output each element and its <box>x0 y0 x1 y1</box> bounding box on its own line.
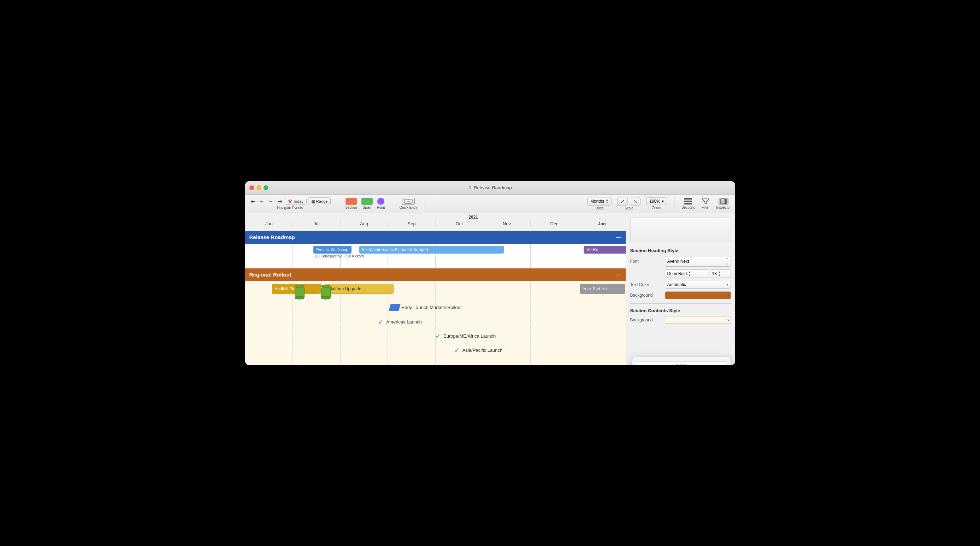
month-aug: Aug <box>340 221 388 227</box>
month-jun: Jun <box>245 221 293 227</box>
db-target-icon <box>321 285 331 300</box>
product-workshop-bar[interactable]: Product Workshop <box>313 246 352 254</box>
regional-rollout-title: Regional Rollout <box>250 271 291 278</box>
maximize-button[interactable] <box>264 186 268 190</box>
separator-2 <box>392 197 392 211</box>
background-label: Background <box>630 293 662 298</box>
month-sep: Sep <box>388 221 435 227</box>
inspector-panel: Section Heading Style Font Avenir Next ⌃… <box>626 213 735 365</box>
font-select-arrow: ⌃⌄ <box>725 257 729 265</box>
nav-last-button[interactable]: ⇥ <box>276 198 283 205</box>
point-icon <box>377 198 384 205</box>
quick-entry-button[interactable]: Quick Entry <box>399 198 418 210</box>
zoom-control: 100% ▾ Zoom <box>646 197 667 210</box>
font-size-arrows: ▲▼ <box>718 270 721 277</box>
product-workshop-label: Product Workshop <box>316 248 348 252</box>
span-button[interactable]: Span <box>361 198 373 210</box>
month-oct: Oct <box>435 221 483 227</box>
month-jan: Jan <box>578 221 626 227</box>
europe-check-icon: ✓ <box>435 332 441 340</box>
text-color-select[interactable]: Automatic ▾ <box>665 281 731 289</box>
contents-background-row: Background ▾ <box>630 316 731 324</box>
section-icon <box>345 198 357 205</box>
scale-zoom-button[interactable]: ⤡ <box>630 197 641 206</box>
inspector-divider <box>630 303 731 304</box>
traffic-lights <box>250 186 268 190</box>
grid-line-6 <box>530 244 531 268</box>
background-swatch-arrow: ▾ <box>727 293 729 297</box>
release-roadmap-row: Product Workshop (8.0 Retrospective + 9.… <box>245 244 626 268</box>
nav-next-button[interactable]: → <box>267 198 275 205</box>
platform-upgrade-bar[interactable]: Platform Upgrade <box>325 284 393 294</box>
regional-rollout-header[interactable]: Regional Rollout — <box>245 268 626 281</box>
color-picker-popup: None <box>632 357 731 365</box>
point-button[interactable]: Point <box>377 198 385 210</box>
early-launch-row: Early Launch Markets Rollout <box>390 304 462 311</box>
nav-prev-button[interactable]: ← <box>258 198 266 205</box>
color-none-option[interactable]: None <box>636 361 726 365</box>
maintenance-label: 8.x Maintenance & Launch Support <box>362 247 428 252</box>
font-style-select[interactable]: Demi Bold ▲▼ <box>665 270 708 278</box>
main-content: 2021 Jun Jul Aug Sep Oct Nov Dec Jan Rel… <box>245 213 735 365</box>
range-button[interactable]: ▦ Range <box>308 197 331 205</box>
units-control: Months ▲ ▼ Units <box>587 197 611 210</box>
db-migration-icons: → <box>294 285 331 300</box>
release-roadmap-title: Release Roadmap <box>250 234 295 240</box>
units-stepper[interactable]: Months ▲ ▼ <box>587 197 611 206</box>
zoom-stepper[interactable]: 100% ▾ <box>646 197 667 205</box>
rr-grid-6 <box>530 281 531 365</box>
rr-grid-4 <box>435 281 436 365</box>
sections-button[interactable]: Sections <box>681 198 695 210</box>
regional-rollout-content: Audit & Plan Platform Upgrade Year-End H… <box>245 281 626 365</box>
filter-button[interactable]: Filter <box>700 198 710 210</box>
title-center: 🗓 Release Roadmap <box>468 185 512 190</box>
early-launch-diamond <box>388 304 400 311</box>
background-row: Background ▾ <box>630 291 731 299</box>
units-arrows: ▲ ▼ <box>606 198 608 204</box>
month-labels: Jun Jul Aug Sep Oct Nov Dec Jan <box>245 213 626 227</box>
v9-bar[interactable]: V9 Ro <box>584 246 625 254</box>
window-title: Release Roadmap <box>474 185 512 190</box>
title-bar: 🗓 Release Roadmap <box>245 181 735 195</box>
inspector-label: Inspector <box>716 206 730 210</box>
americas-launch-row: ✓ Americas Launch <box>378 318 422 326</box>
sections-icon <box>683 198 693 205</box>
font-style-control: Demi Bold ▲▼ 18 ▲▼ <box>665 270 731 278</box>
early-launch-label: Early Launch Markets Rollout <box>402 305 462 310</box>
contents-background-label: Background <box>630 317 662 322</box>
release-roadmap-header[interactable]: Release Roadmap — <box>245 231 626 244</box>
toolbar: ⇤ ← → ⇥ 📅 Today ▦ Range Navigate Events <box>245 195 735 213</box>
navigate-label: Navigate Events <box>277 206 303 210</box>
text-color-arrow: ▾ <box>727 283 729 286</box>
release-roadmap-collapse[interactable]: — <box>616 235 621 240</box>
scale-fit-button[interactable]: ⤢ <box>617 197 628 206</box>
inspector-button[interactable]: Inspector <box>716 198 730 210</box>
section-button[interactable]: Section <box>345 198 357 210</box>
close-button[interactable] <box>250 186 254 190</box>
year-end-label: Year-End Ho <box>582 286 606 291</box>
month-dec: Dec <box>530 221 578 227</box>
font-size-value: 18 <box>712 271 717 276</box>
font-select[interactable]: Avenir Next ⌃⌄ <box>665 256 731 267</box>
filter-icon <box>700 198 710 205</box>
regional-rollout-collapse[interactable]: — <box>616 272 621 278</box>
americas-launch-label: Americas Launch <box>386 319 422 325</box>
year-end-bar[interactable]: Year-End Ho <box>580 284 625 294</box>
section-heading-style-title: Section Heading Style <box>630 248 731 253</box>
platform-upgrade-label: Platform Upgrade <box>328 286 361 291</box>
europe-launch-label: Europe/ME/Africa Launch <box>443 333 496 339</box>
units-value: Months <box>590 199 604 204</box>
text-color-value: Automatic <box>667 282 686 287</box>
scale-label: Scale <box>625 206 633 210</box>
maintenance-bar[interactable]: 8.x Maintenance & Launch Support <box>359 246 504 254</box>
nav-first-button[interactable]: ⇤ <box>250 198 256 205</box>
navigate-events-group: ⇤ ← → ⇥ 📅 Today ▦ Range Navigate Events <box>250 197 331 210</box>
contents-background-swatch[interactable]: ▾ <box>665 316 731 324</box>
point-label: Point <box>377 206 385 210</box>
today-button[interactable]: 📅 Today <box>285 198 307 205</box>
font-size-stepper[interactable]: 18 ▲▼ <box>710 270 731 278</box>
background-color-swatch[interactable]: ▾ <box>665 291 731 299</box>
minimize-button[interactable] <box>256 186 261 190</box>
svg-rect-5 <box>684 203 692 205</box>
separator-4 <box>674 197 675 211</box>
